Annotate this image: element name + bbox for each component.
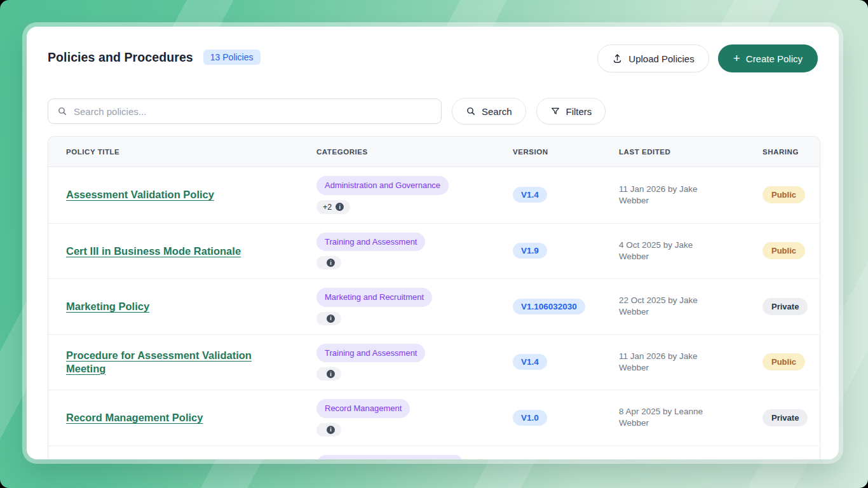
policy-count-badge: 13 Policies <box>203 50 261 65</box>
sharing-badge: Public <box>763 353 805 370</box>
info-icon: i <box>327 370 335 378</box>
search-row: Search Filters <box>48 98 818 125</box>
info-icon: i <box>327 426 335 434</box>
last-edited-text: 4 Oct 2025 by Jake Webber <box>619 240 722 262</box>
upload-policies-button[interactable]: Upload Policies <box>597 44 709 72</box>
policies-table: POLICY TITLE CATEGORIES VERSION LAST EDI… <box>48 136 820 459</box>
last-edited-text: 11 Jan 2026 by Jake Webber <box>619 184 722 207</box>
title-wrap: Policies and Procedures 13 Policies <box>48 44 261 65</box>
category-badge: Record Management <box>316 399 410 418</box>
category-badge: Training and Assessment <box>316 233 425 252</box>
search-button[interactable]: Search <box>452 98 526 125</box>
column-header-last-edited: LAST EDITED <box>601 148 745 156</box>
sharing-badge: Public <box>763 242 805 259</box>
search-input[interactable] <box>74 106 432 117</box>
column-header-categories: CATEGORIES <box>299 148 495 156</box>
app-background: Policies and Procedures 13 Policies Uplo… <box>0 0 868 488</box>
last-edited-text: 22 Oct 2025 by Jake Webber <box>619 295 722 318</box>
table-row: Procedure for Assessment Validation Meet… <box>48 335 820 391</box>
table-row: Assessment Validation Policy Administrat… <box>48 167 820 224</box>
column-header-version: VERSION <box>495 148 601 156</box>
upload-icon <box>612 53 623 64</box>
info-icon: i <box>327 259 335 267</box>
version-badge: V1.9 <box>513 243 547 259</box>
table-row: Cert III in Business Mode Rationale Trai… <box>48 224 820 280</box>
category-badge: Quality and Continuous Improvement <box>316 455 464 459</box>
policy-title-link[interactable]: Cert III in Business Mode Rationale <box>66 245 241 257</box>
search-icon <box>466 106 476 116</box>
extra-categories-badge[interactable]: +2 i <box>316 200 350 214</box>
extra-categories-badge[interactable]: i <box>316 312 341 325</box>
sharing-badge: Private <box>763 298 808 315</box>
last-edited-text: 8 Apr 2025 by Leanne Webber <box>619 406 722 429</box>
sharing-badge: Private <box>763 409 808 426</box>
table-row: Record Management Policy Record Manageme… <box>48 390 820 446</box>
policy-title-link[interactable]: Marketing Policy <box>66 301 149 312</box>
policies-card: Policies and Procedures 13 Policies Uplo… <box>27 27 839 459</box>
last-edited-text: 11 Jan 2026 by Jake Webber <box>619 351 722 374</box>
filter-icon <box>550 106 560 116</box>
policy-title-link[interactable]: Assessment Validation Policy <box>66 189 214 200</box>
info-icon: i <box>327 315 335 323</box>
table-row: RTOSafe-First-Steps-1 Quality and Contin… <box>48 446 820 459</box>
plus-icon: + <box>733 52 740 64</box>
create-policy-button[interactable]: + Create Policy <box>718 44 818 72</box>
filters-button-label: Filters <box>566 106 592 117</box>
table-row: Marketing Policy Marketing and Recruitme… <box>48 279 820 335</box>
header-actions: Upload Policies + Create Policy <box>597 44 818 72</box>
extra-categories-badge[interactable]: i <box>316 423 341 437</box>
version-badge: V1.106032030 <box>513 299 585 315</box>
upload-policies-label: Upload Policies <box>628 53 694 64</box>
policy-title-link[interactable]: Record Management Policy <box>66 412 203 423</box>
search-icon <box>57 106 67 116</box>
category-badge: Training and Assessment <box>316 344 425 363</box>
search-button-label: Search <box>482 106 512 117</box>
extra-categories-badge[interactable]: i <box>316 256 341 269</box>
version-badge: V1.4 <box>513 354 547 370</box>
policy-title-link[interactable]: Procedure for Assessment Validation Meet… <box>66 349 252 374</box>
category-badge: Administration and Governance <box>316 176 449 195</box>
column-header-sharing: SHARING <box>745 148 820 156</box>
info-icon: i <box>336 203 344 211</box>
table-body: Assessment Validation Policy Administrat… <box>48 167 820 459</box>
create-policy-label: Create Policy <box>746 53 803 64</box>
search-box[interactable] <box>48 98 442 124</box>
filters-button[interactable]: Filters <box>536 98 606 125</box>
version-badge: V1.4 <box>513 187 547 203</box>
sharing-badge: Public <box>763 186 805 203</box>
page-header: Policies and Procedures 13 Policies Uplo… <box>48 44 818 72</box>
page-title: Policies and Procedures <box>48 50 193 65</box>
category-badge: Marketing and Recruitment <box>316 288 432 307</box>
table-header-row: POLICY TITLE CATEGORIES VERSION LAST EDI… <box>48 137 820 167</box>
version-badge: V1.0 <box>513 410 547 426</box>
column-header-policy-title: POLICY TITLE <box>48 148 299 156</box>
extra-categories-badge[interactable]: i <box>316 367 341 381</box>
